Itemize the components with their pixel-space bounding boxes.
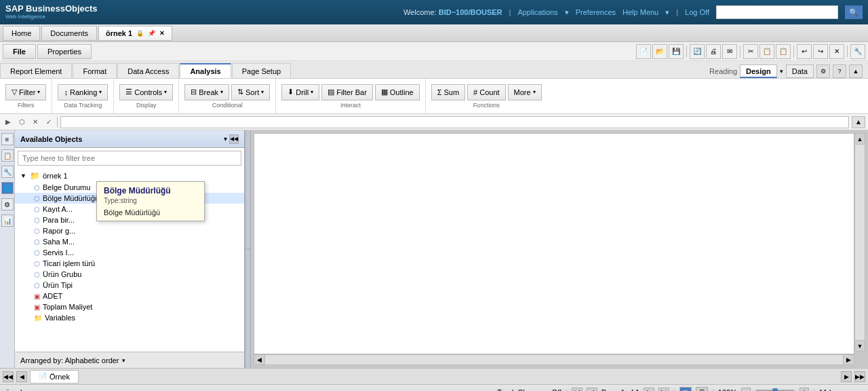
scroll-right-btn[interactable]: ▶ [843,355,854,365]
expand-icon[interactable]: ▲ [849,64,863,78]
panel-collapse-handle[interactable]: ⋮ [245,130,251,368]
more-button[interactable]: More ▾ [508,84,542,100]
tree-item[interactable]: ⬡ Ürün Tipi [15,280,244,291]
ribbon-tab-data-access[interactable]: Data Access [117,63,179,78]
break-arrow[interactable]: ▾ [220,89,223,95]
drill-arrow[interactable]: ▾ [311,89,313,95]
toolbar-open-btn[interactable]: 📂 [652,44,667,59]
side-icon-chart[interactable]: 📊 [1,215,14,227]
toolbar-mail-btn[interactable]: ✉ [722,44,737,59]
side-icon-gear[interactable]: ⚙ [1,198,14,210]
panel-expand-btn[interactable]: ◀◀ [229,134,239,144]
sort-arrow[interactable]: ▾ [261,89,264,95]
toolbar-format-btn[interactable]: 🔧 [850,44,865,59]
data-tab[interactable]: Data [786,64,814,78]
nav-last-btn[interactable]: ▶▶ [854,371,865,382]
dropdown-arrow-apps[interactable]: ▾ [565,8,569,17]
view-list-btn[interactable]: ☰ [696,387,708,392]
logout-link[interactable]: Log Off [685,8,709,16]
controls-button[interactable]: ☰ Controls ▾ [119,84,173,100]
side-icon-doc[interactable]: 📋 [1,149,14,162]
dropdown-arrow-design[interactable]: ▾ [780,68,783,75]
toolbar-print-btn[interactable]: 🖨 [706,44,721,59]
formula-cancel-icon[interactable]: ✕ [30,117,41,128]
vertical-scrollbar[interactable]: ▲ ▼ [854,133,865,352]
nav-tab-documents[interactable]: Documents [41,26,97,41]
page-nav-last[interactable]: ▶| [658,388,669,392]
formula-confirm-icon[interactable]: ✓ [43,117,54,128]
horizontal-scrollbar[interactable]: ◀ ▶ [254,354,854,365]
page-nav-next[interactable]: ▶ [644,388,654,392]
tree-root[interactable]: ▼ 📁 örnek 1 [15,170,244,182]
top-search-input[interactable] [716,5,838,19]
nav-tab-home[interactable]: Home [3,26,40,41]
side-icon-web[interactable]: 🌐 [1,182,14,194]
applications-link[interactable]: Applications [517,8,557,16]
more-arrow[interactable]: ▾ [533,89,536,95]
toolbar-cut-btn[interactable]: ✂ [743,44,758,59]
toolbar-tab-file[interactable]: File [3,44,36,59]
ribbon-tab-analysis[interactable]: Analysis [180,63,231,78]
sheet-tab-ornek[interactable]: 📄 Örnek [30,370,79,384]
doc-dropdown[interactable]: örnek ▾ [5,388,30,392]
filter-bar-button[interactable]: ▤ Filter Bar [321,84,373,100]
controls-arrow[interactable]: ▾ [164,89,167,95]
tree-item[interactable]: ⬡ Saha M... [15,236,244,247]
sum-button[interactable]: Σ Sum [431,84,465,100]
sort-button[interactable]: ⇅ Sort ▾ [231,84,270,100]
tree-item[interactable]: ⬡ Servis I... [15,247,244,258]
drill-button[interactable]: ⬇ Drill ▾ [281,84,319,100]
toolbar-redo-btn[interactable]: ↪ [813,44,828,59]
formula-input[interactable] [60,116,849,128]
ranking-button[interactable]: ↕ Ranking ▾ [58,84,108,100]
count-button[interactable]: # Count [467,84,505,100]
doc-pin-icon[interactable]: 📌 [148,30,155,37]
tree-item[interactable]: ⬡ Ürün Grubu [15,269,244,280]
footer-arrow[interactable]: ▾ [122,357,125,364]
side-icon-list[interactable]: ≡ [1,133,14,145]
toolbar-paste-btn[interactable]: 📋 [776,44,791,59]
filter-arrow[interactable]: ▾ [37,89,40,95]
scroll-up-btn[interactable]: ▲ [855,134,865,145]
help-icon[interactable]: ? [833,64,846,78]
nav-tab-doc1[interactable]: örnek 1 🔒 📌 ✕ [98,26,172,41]
help-menu-link[interactable]: Help Menu [623,8,658,16]
toolbar-new-btn[interactable]: 📄 [636,44,651,59]
formula-expand-btn[interactable]: ▲ [852,116,865,128]
ranking-arrow[interactable]: ▾ [99,89,102,95]
tree-filter-input[interactable] [18,151,241,166]
scroll-down-btn[interactable]: ▼ [855,340,865,351]
toolbar-save-btn[interactable]: 💾 [669,44,684,59]
toolbar-copy-btn[interactable]: 📋 [760,44,774,59]
tree-item[interactable]: ⬡ Ticari işlem türü [15,258,244,269]
doc-dropdown-arrow[interactable]: ▾ [26,389,30,392]
panel-dropdown-arrow[interactable]: ▾ [224,135,227,143]
tree-item[interactable]: ▣ Toplam Maliyet [15,301,244,312]
tree-item[interactable]: ▣ ADET [15,291,244,301]
zoom-out-btn[interactable]: − [741,388,751,392]
view-grid-btn[interactable]: ▦ [679,387,692,392]
filter-button[interactable]: ▽ Filter ▾ [5,84,46,100]
side-icon-tool[interactable]: 🔧 [1,166,14,178]
toolbar-refresh-btn[interactable]: 🔄 [690,44,705,59]
ribbon-tab-report-element[interactable]: Report Element [0,63,72,78]
ribbon-tab-format[interactable]: Format [73,63,117,78]
doc-close-icon[interactable]: ✕ [159,30,165,37]
toolbar-tab-properties[interactable]: Properties [37,44,92,59]
design-tab[interactable]: Design [740,64,777,78]
toolbar-undo-btn[interactable]: ↩ [797,44,812,59]
break-button[interactable]: ⊟ Break ▾ [184,84,229,100]
tree-item[interactable]: ⬡ Rapor g... [15,225,244,236]
zoom-in-btn[interactable]: + [800,388,809,392]
page-nav-first[interactable]: |◀ [572,388,583,392]
formula-run-icon[interactable]: ▶ [3,117,14,128]
dropdown-arrow-help[interactable]: ▾ [665,8,669,17]
tree-item[interactable]: 📁 Variables [15,312,244,323]
nav-first-btn[interactable]: ◀◀ [3,371,14,382]
outline-button[interactable]: ▦ Outline [375,84,420,100]
page-nav-prev[interactable]: ◀ [587,388,597,392]
scroll-left-btn[interactable]: ◀ [254,355,265,365]
nav-next-btn[interactable]: ▶ [841,371,852,382]
preferences-link[interactable]: Preferences [576,8,616,16]
toolbar-delete-btn[interactable]: ✕ [829,44,844,59]
